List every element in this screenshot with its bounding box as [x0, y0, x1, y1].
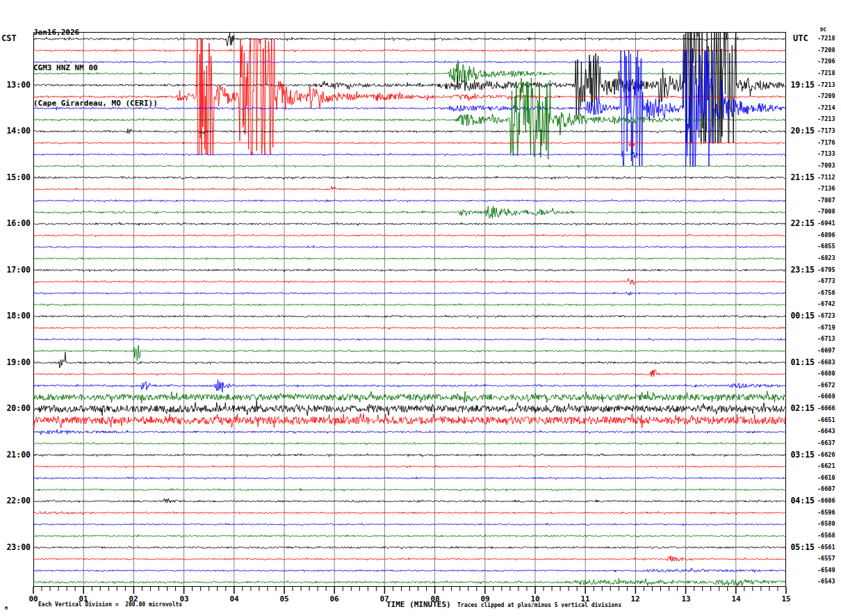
dc-offset-value: -7213 — [817, 115, 835, 122]
seismic-trace-row-25 — [33, 315, 786, 318]
x-tick-label: 04 — [227, 594, 241, 603]
seismic-trace-row-21 — [33, 268, 786, 272]
dc-offset-value: -7176 — [817, 139, 835, 146]
dc-offset-value: -7208 — [817, 47, 835, 54]
utc-hour-label: 04:15 — [788, 496, 815, 505]
dc-offset-value: -7218 — [817, 70, 835, 76]
seismic-trace-row-32 — [33, 391, 786, 403]
dc-offset-value: -7209 — [817, 92, 835, 99]
dc-offset-value: -6549 — [817, 567, 835, 574]
cst-hour-label: 23:00 — [0, 542, 31, 552]
footer-clip-note: Traces clipped at plus/minus 5 vertical … — [457, 602, 621, 608]
seismic-trace-row-20 — [33, 257, 786, 260]
dc-offset-value: -6596 — [817, 509, 835, 516]
seismic-trace-row-7 — [33, 51, 786, 166]
dc-offset-value: -6621 — [817, 462, 835, 469]
seismic-trace-row-16 — [33, 206, 786, 218]
dc-offset-value: -6557 — [817, 555, 835, 562]
utc-hour-label: 22:15 — [788, 218, 815, 228]
seismic-trace-row-1 — [33, 33, 786, 46]
seismic-trace-row-34 — [33, 414, 786, 428]
cst-hour-label: 20:00 — [0, 403, 31, 413]
dc-offset-value: -6643 — [817, 428, 835, 435]
dc-offset-value: -6855 — [817, 243, 835, 250]
plot-border — [34, 33, 786, 587]
seismic-trace-row-27 — [33, 338, 786, 341]
dc-offset-value: -6896 — [817, 232, 835, 238]
dc-offset-value: -6610 — [817, 474, 835, 481]
seismic-trace-row-10 — [33, 140, 786, 147]
cst-hour-label: 19:00 — [0, 357, 31, 367]
seismic-trace-row-17 — [33, 222, 786, 226]
dc-offset-value: -7206 — [817, 58, 835, 65]
seismic-trace-row-5 — [33, 33, 786, 143]
seismic-trace-row-8 — [33, 78, 786, 159]
utc-hour-label: 23:15 — [788, 265, 815, 275]
dc-offset-value: -6680 — [817, 370, 835, 377]
dc-offset-value: -6637 — [817, 439, 835, 446]
seismic-trace-row-41 — [33, 499, 786, 503]
corner-mark: M — [5, 606, 8, 611]
seismic-trace-row-29 — [33, 352, 786, 368]
seismic-trace-row-13 — [33, 176, 786, 179]
dc-offset-value: -6719 — [817, 324, 835, 331]
utc-hour-label: 00:15 — [788, 311, 815, 321]
utc-hour-label: 19:15 — [788, 80, 815, 90]
dc-offset-value: -6606 — [817, 497, 835, 504]
dc-offset-value: -7087 — [817, 197, 835, 204]
utc-hour-label: 05:15 — [788, 542, 815, 552]
seismic-trace-row-12 — [33, 165, 786, 168]
seismic-trace-row-35 — [33, 430, 786, 435]
dc-offset-value: -6723 — [817, 312, 835, 319]
seismic-trace-row-45 — [33, 546, 786, 549]
dc-offset-value: -6666 — [817, 405, 835, 412]
dc-offset-value: -7112 — [817, 174, 835, 181]
seismic-trace-row-18 — [33, 234, 786, 237]
seismic-trace-row-31 — [33, 380, 786, 392]
seismic-trace-row-23 — [33, 292, 786, 295]
cst-hour-label: 17:00 — [0, 265, 31, 275]
dc-offset-value: -6672 — [817, 382, 835, 389]
seismic-trace-row-37 — [33, 453, 786, 457]
utc-hour-label: 20:15 — [788, 126, 815, 136]
dc-offset-value: -7136 — [817, 185, 835, 192]
seismic-trace-row-36 — [33, 442, 786, 445]
dc-offset-value: -6651 — [817, 416, 835, 423]
seismic-trace-row-26 — [33, 327, 786, 330]
dc-offset-value: -7214 — [817, 104, 835, 111]
utc-hour-label: 03:15 — [788, 450, 815, 460]
helicorder-plot — [0, 0, 841, 616]
dc-offset-value: -6773 — [817, 277, 835, 284]
x-tick-label: 12 — [628, 594, 642, 603]
seismic-trace-row-30 — [33, 370, 786, 377]
seismic-trace-row-33 — [33, 402, 786, 416]
utc-hour-label: 21:15 — [788, 172, 815, 182]
cst-hour-label: 22:00 — [0, 496, 31, 505]
dc-offset-value: -7213 — [817, 81, 835, 88]
cst-hour-label: 16:00 — [0, 218, 31, 228]
x-tick-label: 15 — [779, 594, 793, 603]
seismic-trace-row-42 — [33, 512, 786, 514]
seismic-trace-row-15 — [33, 200, 786, 202]
dc-offset-value: -6697 — [817, 347, 835, 354]
seismic-trace-row-9 — [33, 129, 786, 133]
dc-offset-value: -6568 — [817, 532, 835, 539]
seismic-trace-row-22 — [33, 278, 786, 284]
seismic-trace-row-2 — [33, 49, 786, 52]
dc-offset-value: -6580 — [817, 520, 835, 527]
seismic-trace-row-19 — [33, 245, 786, 248]
seismic-trace-row-38 — [33, 465, 786, 468]
cst-hour-label: 18:00 — [0, 311, 31, 321]
dc-offset-value: -7008 — [817, 208, 835, 215]
dc-offset-value: -7133 — [817, 150, 835, 157]
seismic-trace-row-48 — [33, 578, 786, 586]
seismic-trace-row-47 — [33, 568, 786, 572]
dc-offset-value: -6543 — [817, 578, 835, 585]
seismic-trace-row-28 — [33, 346, 786, 361]
x-tick-label: 14 — [729, 594, 743, 603]
utc-hour-label: 01:15 — [788, 357, 815, 367]
x-tick-label: 13 — [679, 594, 693, 603]
dc-offset-value: -6742 — [817, 300, 835, 307]
seismic-trace-row-6 — [33, 39, 786, 154]
cst-hour-label: 15:00 — [0, 172, 31, 182]
